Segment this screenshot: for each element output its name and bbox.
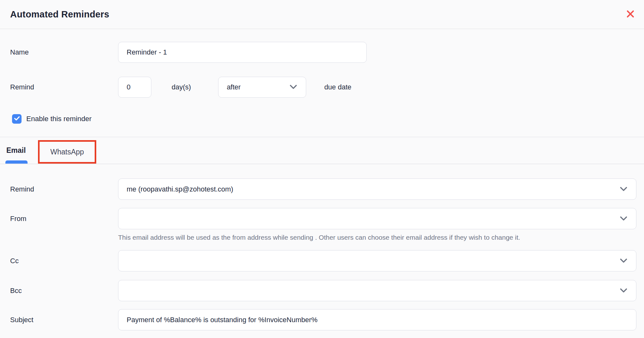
chevron-down-icon: [620, 185, 627, 193]
bcc-row: Bcc: [10, 280, 636, 301]
remind-to-label: Remind: [10, 179, 118, 200]
remind-to-select[interactable]: me (roopavathi.sp@zohotest.com): [118, 179, 636, 200]
chevron-down-icon: [290, 83, 297, 91]
name-input[interactable]: [118, 42, 367, 63]
modal-header: Automated Reminders: [0, 0, 644, 29]
remind-to-row: Remind me (roopavathi.sp@zohotest.com): [10, 179, 636, 200]
modal-title: Automated Reminders: [10, 9, 109, 20]
chevron-down-icon: [620, 287, 627, 295]
before-after-select[interactable]: after: [218, 77, 306, 98]
enable-reminder-checkbox[interactable]: [12, 114, 22, 124]
channel-tabbar: Email WhatsApp: [0, 137, 644, 164]
subject-row: Subject: [10, 309, 636, 330]
active-tab-indicator: [5, 160, 28, 164]
remind-days-input[interactable]: [118, 77, 151, 98]
from-row: From This email address will be used as …: [10, 208, 636, 242]
annotation-highlight-box: WhatsApp: [38, 140, 96, 164]
enable-reminder-label: Enable this reminder: [26, 115, 92, 123]
from-select[interactable]: [118, 208, 636, 229]
close-button[interactable]: [625, 9, 636, 20]
automated-reminders-modal: Automated Reminders Name Remind day(s) a…: [0, 0, 644, 330]
name-row: Name: [10, 42, 636, 63]
reminder-settings-form: Name Remind day(s) after due date: [0, 29, 644, 124]
tab-whatsapp-label: WhatsApp: [50, 148, 84, 156]
tab-whatsapp[interactable]: WhatsApp: [50, 148, 84, 156]
tab-email[interactable]: Email: [6, 137, 27, 164]
bcc-label: Bcc: [10, 280, 118, 301]
bcc-select[interactable]: [118, 280, 636, 301]
close-icon: [626, 10, 635, 19]
checkmark-icon: [14, 116, 20, 122]
chevron-down-icon: [620, 215, 627, 223]
chevron-down-icon: [620, 257, 627, 265]
cc-row: Cc: [10, 250, 636, 271]
subject-input[interactable]: [118, 309, 636, 330]
from-label: From: [10, 208, 118, 229]
from-helper-text: This email address will be used as the f…: [118, 233, 636, 242]
name-label: Name: [10, 42, 118, 63]
cc-label: Cc: [10, 250, 118, 271]
remind-timing-row: Remind day(s) after due date: [10, 77, 636, 98]
before-after-selected-value: after: [227, 83, 241, 91]
email-tab-panel: Remind me (roopavathi.sp@zohotest.com) F…: [0, 164, 644, 330]
days-unit-label: day(s): [172, 83, 191, 91]
enable-reminder-row: Enable this reminder: [10, 114, 636, 124]
subject-label: Subject: [10, 309, 118, 330]
remind-to-selected-value: me (roopavathi.sp@zohotest.com): [127, 185, 233, 193]
tab-email-label: Email: [6, 146, 26, 155]
cc-select[interactable]: [118, 250, 636, 271]
due-date-label: due date: [324, 83, 351, 91]
remind-timing-label: Remind: [10, 77, 118, 98]
